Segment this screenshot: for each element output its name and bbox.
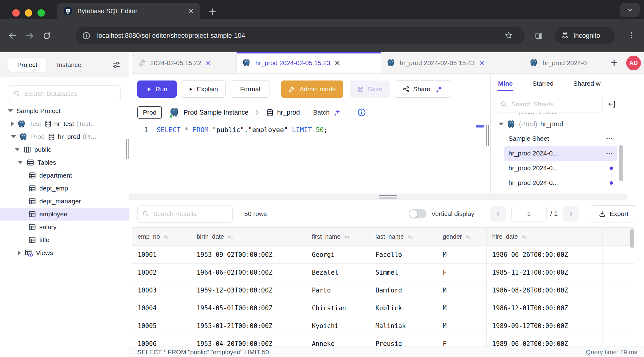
tab-project[interactable]: Project: [8, 58, 46, 72]
sort-icon[interactable]: [521, 233, 528, 240]
column-header-hire-date[interactable]: hire_date: [487, 228, 603, 245]
close-tab-icon[interactable]: [479, 60, 485, 66]
table-row[interactable]: 100021964-06-02T00:00:00ZBezalelSimmelF1…: [132, 264, 634, 281]
cell[interactable]: Bamford: [370, 281, 437, 299]
tree-item-hr-prod[interactable]: Prod hr_prod (Pr...: [0, 130, 129, 143]
cell[interactable]: 1986-12-01T00:00:00Z: [487, 299, 603, 317]
cell[interactable]: Georgi: [306, 246, 370, 263]
back-button[interactable]: [8, 31, 17, 40]
cell[interactable]: Chirstian: [306, 299, 370, 317]
caret-right-icon[interactable]: [18, 250, 21, 255]
cell[interactable]: 1954-05-01T00:00:00Z: [191, 299, 306, 317]
tab-shared[interactable]: Shared w: [573, 80, 601, 87]
cell[interactable]: 1989-06-02T00:00:00Z: [487, 335, 603, 347]
sheet-item-unsaved[interactable]: hr_prod 2024-0...: [504, 161, 617, 175]
tree-item-table-title[interactable]: title: [0, 233, 129, 246]
search-results-input[interactable]: Search Results: [137, 205, 233, 223]
close-browser-tab-icon[interactable]: [188, 8, 194, 14]
caret-down-icon[interactable]: [8, 109, 13, 112]
results-scrollbar[interactable]: [630, 229, 634, 248]
vertical-display-toggle[interactable]: [409, 209, 426, 218]
next-page-button[interactable]: [563, 206, 579, 222]
tree-item-tables[interactable]: Tables: [0, 156, 129, 169]
editor-minimap[interactable]: [476, 122, 485, 194]
sort-icon[interactable]: [407, 233, 414, 240]
panel-resize-handle[interactable]: [486, 125, 489, 146]
reload-button[interactable]: [42, 31, 51, 40]
new-tab-button[interactable]: [208, 8, 217, 16]
run-button[interactable]: Run: [137, 80, 177, 98]
tree-item-views[interactable]: Views: [0, 246, 129, 259]
cell[interactable]: Koblick: [370, 299, 437, 317]
table-row-clipped[interactable]: 100061953-04-20T00:00:00ZAnnekePreusigF1…: [132, 335, 634, 347]
caret-right-icon[interactable]: [11, 121, 14, 126]
table-row[interactable]: 100041954-05-01T00:00:00ZChirstianKoblic…: [132, 299, 634, 317]
cell[interactable]: Preusig: [370, 335, 437, 347]
filter-settings-icon[interactable]: [112, 61, 121, 69]
caret-down-icon[interactable]: [499, 123, 504, 126]
share-button[interactable]: Share: [395, 80, 451, 98]
avatar[interactable]: AD: [626, 56, 641, 70]
tree-item-sample-project[interactable]: Sample Project: [0, 104, 129, 117]
table-row[interactable]: 100011953-09-02T00:00:00ZGeorgiFacelloM1…: [132, 246, 634, 264]
cell[interactable]: 10002: [132, 264, 191, 281]
side-panel-icon[interactable]: [535, 32, 543, 40]
tree-item-table-employee[interactable]: employee: [0, 208, 129, 221]
cell[interactable]: Anneke: [306, 335, 370, 347]
tree-item-table-dept-manager[interactable]: dept_manager: [0, 195, 129, 208]
table-row[interactable]: 100031959-12-03T00:00:00ZPartoBamfordM19…: [132, 281, 634, 299]
caret-down-icon[interactable]: [15, 148, 20, 151]
caret-down-icon[interactable]: [18, 161, 23, 164]
tab-instance[interactable]: Instance: [57, 61, 81, 69]
sheet-item-selected[interactable]: hr_prod 2024-0...: [504, 146, 617, 161]
sheet-menu-icon[interactable]: [606, 150, 613, 157]
tree-item-schema-public[interactable]: public: [0, 143, 129, 156]
search-databases-input[interactable]: Search Databases: [8, 85, 121, 102]
column-header-gender[interactable]: gender: [437, 228, 487, 245]
save-button[interactable]: Save: [350, 80, 390, 98]
column-header-birth-date[interactable]: birth_date: [191, 228, 306, 245]
editor-tab-1[interactable]: 2024-02-05 15:22: [132, 52, 237, 73]
editor-tab-3[interactable]: hr_prod 2024-02-05 15:43: [381, 52, 524, 73]
tree-item-table-salary[interactable]: salary: [0, 221, 129, 233]
cell[interactable]: 1986-06-26T00:00:00Z: [487, 246, 603, 263]
cell[interactable]: M: [437, 246, 487, 263]
cell[interactable]: 1953-04-20T00:00:00Z: [191, 335, 306, 347]
cell[interactable]: 1955-01-21T00:00:00Z: [191, 317, 306, 335]
column-header-emp-no[interactable]: emp_no: [132, 228, 191, 245]
database-name[interactable]: hr_prod: [277, 109, 300, 116]
cell[interactable]: M: [437, 281, 487, 299]
cell[interactable]: 10006: [132, 335, 191, 347]
cell[interactable]: Simmel: [370, 264, 437, 281]
tree-item-table-dept-emp[interactable]: dept_emp: [0, 182, 129, 195]
tab-starred[interactable]: Starred: [532, 80, 554, 87]
cell[interactable]: 1959-12-03T00:00:00Z: [191, 281, 306, 299]
cell[interactable]: 1953-09-02T00:00:00Z: [191, 246, 306, 263]
browser-menu-icon[interactable]: [627, 31, 635, 39]
cell[interactable]: 10004: [132, 299, 191, 317]
address-bar[interactable]: localhost:8080/sql-editor/sheet/project-…: [76, 27, 525, 44]
cell[interactable]: F: [437, 264, 487, 281]
admin-mode-button[interactable]: Admin mode: [281, 80, 343, 98]
tree-item-table-department[interactable]: department: [0, 169, 129, 182]
table-row[interactable]: 100051955-01-21T00:00:00ZKyoichiMaliniak…: [132, 317, 634, 335]
export-button[interactable]: Export: [591, 205, 636, 222]
cell[interactable]: 10003: [132, 281, 191, 299]
sheet-item-sample-sheet[interactable]: Sample Sheet: [504, 131, 617, 146]
cell[interactable]: Facello: [370, 246, 437, 263]
add-sheet-button[interactable]: [610, 59, 618, 67]
sort-icon[interactable]: [344, 233, 351, 240]
cell[interactable]: Bezalel: [306, 264, 370, 281]
cell[interactable]: 1986-08-28T00:00:00Z: [487, 281, 603, 299]
sort-icon[interactable]: [465, 233, 472, 240]
sidebar-resize-handle[interactable]: [126, 139, 129, 159]
sheet-item-unsaved[interactable]: hr_prod 2024-0...: [504, 175, 617, 190]
splitter-grip[interactable]: [379, 195, 397, 200]
cell[interactable]: Maliniak: [370, 317, 437, 335]
results-splitter[interactable]: [129, 194, 627, 200]
close-tab-icon[interactable]: [335, 60, 340, 66]
editor-tab-2-active[interactable]: hr_prod 2024-02-05 15:23: [237, 52, 381, 73]
cell[interactable]: M: [437, 299, 487, 317]
cell[interactable]: Kyoichi: [306, 317, 370, 335]
sort-icon[interactable]: [163, 233, 170, 240]
